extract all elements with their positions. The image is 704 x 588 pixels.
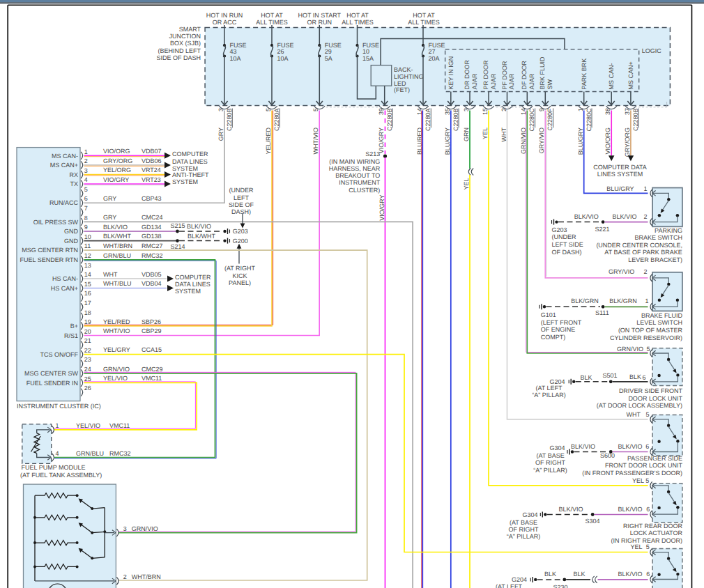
- svg-text:S215: S215: [170, 222, 185, 229]
- svg-text:VIO/ORG: VIO/ORG: [103, 148, 130, 155]
- svg-text:C2280F: C2280F: [546, 108, 553, 131]
- svg-text:SYSTEM: SYSTEM: [175, 288, 201, 295]
- svg-text:(ON TOP OF MASTER: (ON TOP OF MASTER: [618, 327, 683, 334]
- svg-text:HOT AT: HOT AT: [346, 12, 369, 19]
- svg-text:HOT IN RUN: HOT IN RUN: [206, 12, 243, 19]
- svg-text:WHT: WHT: [627, 411, 641, 418]
- svg-text:G204: G204: [512, 576, 527, 583]
- svg-text:VIO/GRY: VIO/GRY: [378, 127, 385, 153]
- svg-text:BRAKE SWITCH: BRAKE SWITCH: [634, 234, 682, 241]
- svg-text:AJAR: AJAR: [490, 73, 497, 90]
- svg-text:FUEL PUMP MODULE: FUEL PUMP MODULE: [22, 464, 86, 471]
- svg-text:YEL/RED: YEL/RED: [265, 127, 272, 155]
- svg-text:23: 23: [84, 356, 91, 363]
- svg-text:VRT23: VRT23: [141, 176, 161, 183]
- svg-text:YEL: YEL: [463, 178, 470, 190]
- svg-text:“A” PILLAR): “A” PILLAR): [532, 392, 566, 399]
- svg-text:S230: S230: [553, 584, 567, 588]
- svg-text:MS CAN-: MS CAN-: [608, 63, 615, 89]
- svg-text:6: 6: [646, 506, 650, 513]
- svg-text:GRY/VIO: GRY/VIO: [538, 127, 545, 153]
- svg-text:2: 2: [123, 573, 127, 580]
- svg-text:2: 2: [643, 268, 647, 275]
- svg-text:1: 1: [577, 108, 584, 111]
- svg-text:GD138: GD138: [141, 233, 162, 240]
- svg-text:GRN/BLU: GRN/BLU: [103, 252, 131, 259]
- svg-text:S213: S213: [365, 150, 380, 157]
- svg-text:PASSENGER SIDE: PASSENGER SIDE: [627, 455, 682, 462]
- svg-text:(FET): (FET): [394, 86, 410, 93]
- svg-text:BLU/GRY: BLU/GRY: [577, 127, 584, 155]
- svg-text:HOT IN START: HOT IN START: [298, 12, 342, 19]
- svg-text:(UNDER: (UNDER: [229, 187, 254, 194]
- svg-text:5: 5: [84, 186, 88, 193]
- svg-text:COMPUTER DATA: COMPUTER DATA: [593, 164, 647, 171]
- svg-text:5: 5: [647, 346, 650, 353]
- svg-text:GD134: GD134: [141, 224, 162, 231]
- svg-text:FRONT DOOR LOCK UNIT: FRONT DOOR LOCK UNIT: [605, 462, 682, 469]
- svg-text:BLK: BLK: [544, 571, 556, 578]
- svg-text:YEL/RED: YEL/RED: [103, 318, 130, 325]
- svg-text:WHT/BLU: WHT/BLU: [103, 280, 132, 287]
- svg-text:S214: S214: [170, 243, 185, 250]
- svg-text:BREAKOUT TO: BREAKOUT TO: [335, 172, 380, 179]
- svg-text:6: 6: [645, 443, 649, 450]
- svg-text:(AT BASE: (AT BASE: [510, 519, 537, 526]
- svg-text:AJAR: AJAR: [528, 73, 535, 90]
- svg-text:13: 13: [84, 262, 91, 269]
- svg-text:PARKING: PARKING: [655, 227, 682, 234]
- svg-text:R/S1: R/S1: [64, 332, 78, 339]
- svg-text:GRY/ORG: GRY/ORG: [624, 127, 631, 157]
- svg-text:5: 5: [646, 543, 650, 550]
- svg-text:C2280A: C2280A: [273, 109, 280, 132]
- svg-text:BACK-: BACK-: [394, 66, 413, 73]
- svg-text:8: 8: [84, 215, 88, 222]
- svg-text:LEFT SIDE: LEFT SIDE: [552, 241, 583, 248]
- svg-text:RX: RX: [69, 171, 78, 178]
- svg-text:LOGIC: LOGIC: [642, 47, 662, 54]
- svg-text:(IN RIGHT REAR DOOR): (IN RIGHT REAR DOOR): [611, 537, 682, 544]
- svg-text:ANTI-THEFT: ANTI-THEFT: [172, 171, 209, 178]
- svg-text:CYLINDER RESERVOIR): CYLINDER RESERVOIR): [610, 334, 682, 341]
- svg-text:10A: 10A: [277, 55, 289, 62]
- svg-text:(UNDER: (UNDER: [552, 233, 576, 240]
- svg-text:(BEHIND LEFT: (BEHIND LEFT: [158, 47, 201, 54]
- svg-text:ALL TIMES: ALL TIMES: [256, 19, 288, 26]
- svg-text:GRN: GRN: [463, 127, 470, 141]
- svg-text:DF DOOR: DF DOOR: [521, 61, 528, 90]
- svg-text:OIL PRESS SW: OIL PRESS SW: [33, 219, 79, 226]
- svg-text:GRN/BLU: GRN/BLU: [76, 450, 104, 457]
- svg-text:BLK/VIO: BLK/VIO: [187, 223, 211, 230]
- svg-text:S600: S600: [600, 452, 615, 459]
- svg-text:BLK/VIO: BLK/VIO: [574, 213, 599, 220]
- svg-text:VIO/GRY: VIO/GRY: [378, 195, 385, 221]
- svg-text:15: 15: [482, 108, 489, 115]
- svg-text:LIGHTING: LIGHTING: [394, 73, 424, 80]
- svg-text:VIO/ORG: VIO/ORG: [604, 127, 611, 155]
- svg-text:GRY/ORG: GRY/ORG: [103, 157, 132, 164]
- svg-text:38: 38: [604, 108, 611, 115]
- svg-text:MS CAN+: MS CAN+: [627, 61, 634, 89]
- svg-text:C2280B: C2280B: [632, 109, 639, 132]
- svg-text:(AT DOOR LOCK ASSEMBLY): (AT DOOR LOCK ASSEMBLY): [597, 402, 682, 409]
- svg-text:35: 35: [444, 108, 451, 115]
- svg-text:COMPT): COMPT): [541, 334, 566, 341]
- svg-text:VDB06: VDB06: [141, 157, 162, 164]
- svg-text:G203: G203: [552, 226, 567, 233]
- svg-text:11: 11: [84, 242, 91, 249]
- svg-text:BRK FLUID: BRK FLUID: [539, 56, 546, 90]
- svg-text:G304: G304: [550, 444, 565, 451]
- svg-text:G200: G200: [233, 238, 248, 245]
- svg-text:BLK/VIO: BLK/VIO: [618, 571, 642, 578]
- svg-text:OF ENGINE: OF ENGINE: [541, 326, 576, 333]
- svg-text:LEFT: LEFT: [234, 194, 250, 201]
- svg-text:YEL/GRY: YEL/GRY: [103, 346, 130, 353]
- svg-text:GND: GND: [64, 228, 79, 235]
- svg-text:VDB07: VDB07: [141, 148, 162, 155]
- svg-text:10A: 10A: [230, 55, 241, 62]
- svg-text:OF DASH): OF DASH): [552, 249, 582, 256]
- svg-text:24: 24: [84, 366, 91, 373]
- svg-text:ALL TIMES: ALL TIMES: [408, 19, 440, 26]
- svg-text:PR DOOR: PR DOOR: [482, 60, 489, 90]
- svg-text:C2280A: C2280A: [424, 109, 431, 132]
